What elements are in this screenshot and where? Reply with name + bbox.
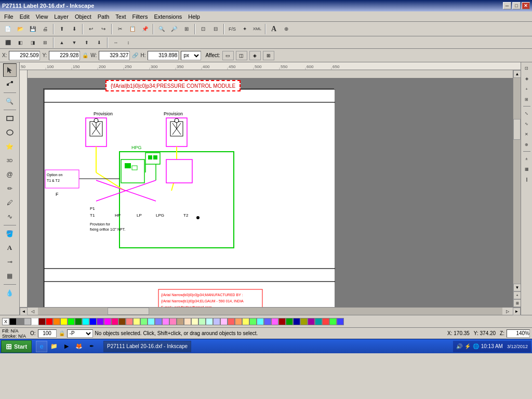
color-mint[interactable] — [198, 318, 206, 325]
color-white[interactable] — [31, 318, 38, 325]
ie-icon[interactable]: e — [36, 341, 47, 352]
canvas-area[interactable]: Provision Provision — [28, 78, 513, 307]
gradient-tool[interactable]: ▦ — [3, 269, 17, 283]
v-scroll-track[interactable] — [513, 78, 521, 284]
color-forest[interactable] — [286, 318, 293, 325]
raise-top-btn[interactable]: ⬆ — [81, 37, 92, 48]
zoom-in-button[interactable]: 🔍 — [156, 23, 167, 35]
inkscape-icon[interactable]: ✒ — [86, 341, 97, 352]
color-yellow[interactable] — [60, 318, 68, 325]
color-magenta[interactable] — [104, 318, 111, 325]
color-peach[interactable] — [184, 318, 191, 325]
minimize-button[interactable]: ─ — [503, 2, 511, 9]
affect-btn-2[interactable]: ◫ — [236, 51, 247, 60]
scroll-left-button[interactable]: ◄ — [20, 308, 28, 315]
grid-view-btn[interactable]: ▦ — [522, 164, 531, 174]
h-input[interactable] — [148, 51, 179, 60]
menu-view[interactable]: View — [33, 13, 51, 20]
print-button[interactable]: 🖨 — [39, 23, 51, 35]
inkscape-window-button[interactable]: P27111 Label 20-16.dxf - Inkscape — [103, 341, 191, 352]
v-scroll-thumb[interactable] — [513, 119, 521, 140]
scroll-right-button[interactable]: ► — [513, 308, 521, 315]
snap-grid-btn[interactable]: ⊞ — [522, 95, 531, 104]
page-down-button[interactable]: + — [513, 291, 521, 299]
flip-v-btn[interactable]: ↕ — [123, 37, 134, 48]
color-light-blue[interactable] — [155, 318, 162, 325]
calligraphy-tool[interactable]: ∿ — [3, 210, 17, 223]
zoom-input[interactable] — [507, 329, 530, 338]
ellipse-tool[interactable] — [3, 126, 17, 139]
color-tomato[interactable] — [322, 318, 329, 325]
node-edit[interactable]: ✦ — [239, 23, 250, 35]
color-electric-blue[interactable] — [264, 318, 271, 325]
distribute-btn[interactable]: ⊞ — [39, 37, 51, 48]
affect-btn-4[interactable]: ⊞ — [263, 51, 274, 60]
color-sky[interactable] — [206, 318, 213, 325]
pen-tool[interactable]: 🖊 — [3, 196, 17, 209]
lower-bottom-btn[interactable]: ⬇ — [94, 37, 105, 48]
scroll-up-button[interactable]: ▲ — [513, 70, 521, 78]
snap-center-btn[interactable]: ⊕ — [522, 140, 531, 149]
eyedropper-tool[interactable]: 💧 — [3, 286, 17, 300]
affect-btn-1[interactable]: ▭ — [222, 51, 234, 60]
node-tool[interactable] — [3, 77, 17, 91]
color-lime[interactable] — [68, 318, 75, 325]
prev-page-btn[interactable]: ◁ — [28, 308, 38, 315]
firefox-icon[interactable]: 🦊 — [73, 341, 85, 352]
zoom-canvas-btn[interactable]: ⊞ — [513, 299, 521, 307]
start-button[interactable]: ⊞ Start — [1, 340, 32, 353]
color-lavender[interactable] — [220, 318, 228, 325]
align-right-btn[interactable]: ◨ — [27, 37, 38, 48]
redo-button[interactable]: ↪ — [98, 23, 109, 35]
new-button[interactable]: 📄 — [2, 23, 14, 35]
menu-help[interactable]: Help — [185, 13, 203, 20]
paste-button[interactable]: 📌 — [139, 23, 151, 35]
align-center-btn[interactable]: ◧ — [15, 37, 26, 48]
color-navy[interactable] — [293, 318, 300, 325]
zoom-tool[interactable]: 🔍 — [3, 95, 17, 108]
explorer-icon[interactable]: 📁 — [48, 341, 60, 352]
snap-bbox-btn[interactable]: ⊡ — [522, 63, 531, 73]
h-scroll-thumb[interactable] — [108, 308, 149, 315]
color-cornflower[interactable] — [337, 318, 344, 325]
color-maroon[interactable] — [278, 318, 286, 325]
flip-h-btn[interactable]: ↔ — [110, 37, 122, 48]
color-cream[interactable] — [191, 318, 198, 325]
color-blue[interactable] — [89, 318, 97, 325]
save-button[interactable]: 💾 — [27, 23, 38, 35]
menu-edit[interactable]: Edit — [17, 13, 33, 20]
cut-button[interactable]: ✂ — [114, 23, 126, 35]
select-tool[interactable] — [3, 63, 17, 77]
snap-guide-btn[interactable]: + — [522, 84, 531, 94]
color-grass[interactable] — [329, 318, 337, 325]
ungroup-button[interactable]: ⊟ — [210, 23, 221, 35]
menu-file[interactable]: File — [1, 13, 17, 20]
pencil-tool[interactable]: ✏ — [3, 182, 17, 195]
import-button[interactable]: ⬆ — [56, 23, 68, 35]
color-salmon[interactable] — [235, 318, 242, 325]
v-scrollbar[interactable]: ▲ ▼ + ⊞ — [513, 70, 521, 307]
text-tool-tb[interactable]: A — [268, 23, 280, 35]
color-olive[interactable] — [300, 318, 308, 325]
transform-btn[interactable]: ⊕ — [281, 23, 292, 35]
color-khaki[interactable] — [242, 318, 249, 325]
color-tan[interactable] — [177, 318, 184, 325]
color-red[interactable] — [46, 318, 53, 325]
3d-box-tool[interactable]: 3D — [3, 154, 17, 167]
open-button[interactable]: 📂 — [15, 23, 26, 35]
color-light-yellow[interactable] — [133, 318, 140, 325]
color-light-green[interactable] — [140, 318, 148, 325]
export-button[interactable]: ⬇ — [69, 23, 80, 35]
menu-object[interactable]: Object — [72, 13, 95, 20]
color-green[interactable] — [75, 318, 82, 325]
color-teal[interactable] — [315, 318, 322, 325]
color-cyan[interactable] — [82, 318, 89, 325]
menu-path[interactable]: Path — [95, 13, 113, 20]
snap-toggle-btn[interactable]: ⤡ — [522, 109, 531, 118]
spiral-tool[interactable]: @ — [3, 168, 17, 181]
next-page-btn[interactable]: ▷ — [502, 308, 513, 315]
style-dropdown[interactable]: -P Default — [67, 329, 93, 338]
scroll-down-button[interactable]: ▼ — [513, 284, 521, 291]
zoom-fit-button[interactable]: ⊞ — [181, 23, 192, 35]
rect-tool[interactable] — [3, 112, 17, 125]
